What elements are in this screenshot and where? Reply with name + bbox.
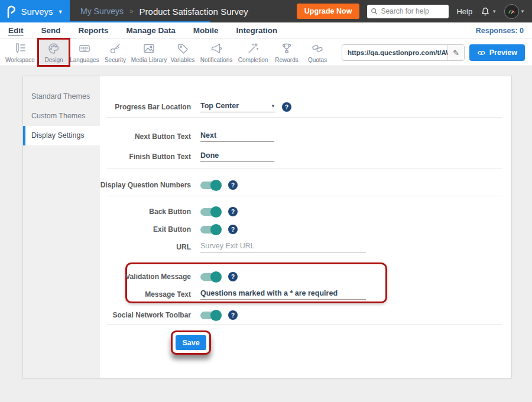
validation-message-toggle[interactable]: [200, 271, 222, 283]
tab-reports[interactable]: Reports: [79, 26, 109, 35]
toolbar-item-workspace[interactable]: Workspace: [5, 39, 35, 66]
toolbar-item-languages[interactable]: Languages: [69, 39, 100, 66]
toolbar-item-notifications[interactable]: Notifications: [198, 39, 235, 66]
exit-button-toggle[interactable]: [200, 224, 222, 235]
chevron-down-icon: ▼: [271, 103, 275, 109]
image-icon: [142, 41, 156, 56]
toolbar-item-media-library[interactable]: Media Library: [131, 39, 167, 66]
survey-url-value: https://qa.questionpro.com/t/AW22Zcq2J: [342, 49, 447, 56]
eye-icon: [477, 50, 486, 56]
progress-bar-location-row: Progress Bar Location Top Center ▼ ?: [100, 100, 291, 114]
progress-bar-location-select[interactable]: Top Center ▼: [200, 102, 275, 112]
top-header: Surveys ▼ My Surveys > Product Satisfact…: [0, 0, 532, 22]
help-icon[interactable]: ?: [228, 310, 238, 320]
field-label: URL: [100, 243, 191, 251]
tab-send[interactable]: Send: [41, 26, 61, 35]
sidebar-item-custom-themes[interactable]: Custom Themes: [23, 106, 100, 126]
account-menu[interactable]: ▼: [504, 4, 525, 19]
upgrade-now-button[interactable]: Upgrade Now: [297, 4, 360, 19]
breadcrumb-separator: >: [129, 8, 133, 15]
themes-sidebar: Standard Themes Custom Themes Display Se…: [23, 76, 100, 378]
field-label: Finish Button Text: [100, 153, 191, 161]
next-button-text-input[interactable]: [200, 131, 274, 142]
validation-message-row: Validation Message ?: [100, 270, 238, 284]
field-label: Next Button Text: [100, 132, 191, 141]
divider: [107, 324, 502, 325]
responses-count[interactable]: Responses: 0: [476, 27, 524, 35]
back-button-toggle[interactable]: [200, 206, 222, 218]
social-network-toolbar-toggle[interactable]: [200, 310, 222, 321]
tab-mobile[interactable]: Mobile: [193, 26, 219, 35]
divider: [107, 117, 502, 118]
field-label: Progress Bar Location: [100, 103, 191, 111]
field-label: Exit Button: [100, 225, 191, 234]
help-link[interactable]: Help: [456, 7, 472, 16]
help-icon[interactable]: ?: [228, 180, 238, 190]
message-text-input[interactable]: [200, 289, 366, 300]
tag-icon: [176, 41, 190, 56]
toolbar-divider: [37, 39, 37, 66]
tab-manage-data[interactable]: Manage Data: [126, 26, 176, 35]
bell-icon: [480, 6, 491, 17]
survey-nav: Edit Send Reports Manage Data Mobile Int…: [0, 22, 532, 39]
sidebar-item-display-settings[interactable]: Display Settings: [23, 126, 100, 145]
breadcrumb-my-surveys[interactable]: My Surveys: [80, 7, 124, 16]
message-text-row: Message Text: [100, 287, 366, 302]
exit-button-row: Exit Button ?: [100, 222, 238, 236]
edit-url-button[interactable]: ✎: [447, 45, 464, 60]
tab-integration[interactable]: Integration: [236, 26, 278, 35]
toolbar-item-rewards[interactable]: Rewards: [271, 39, 302, 66]
survey-url-field[interactable]: https://qa.questionpro.com/t/AW22Zcq2J ✎: [342, 44, 465, 61]
next-button-text-row: Next Button Text: [100, 129, 274, 144]
social-network-toolbar-row: Social Network Toolbar ?: [100, 308, 238, 322]
help-icon[interactable]: ?: [228, 207, 238, 216]
search-input[interactable]: [381, 7, 445, 15]
field-label: Validation Message: [100, 273, 191, 281]
toolbar-item-variables[interactable]: Variables: [167, 39, 198, 66]
page-title: Product Satisfaction Survey: [140, 7, 248, 17]
links-icon: [310, 41, 325, 56]
toolbar-item-design[interactable]: Design: [38, 39, 69, 66]
help-icon[interactable]: ?: [228, 272, 238, 281]
display-question-numbers-row: Display Question Numbers ?: [100, 178, 238, 192]
field-label: Social Network Toolbar: [100, 311, 191, 319]
exit-url-row: URL: [100, 240, 366, 254]
toolbar-item-security[interactable]: Security: [100, 39, 131, 66]
breadcrumb: My Surveys > Product Satisfaction Survey: [80, 7, 248, 17]
product-switcher[interactable]: Surveys ▼: [0, 0, 70, 22]
megaphone-icon: [209, 41, 223, 56]
pencil-icon: ✎: [453, 48, 459, 57]
questionpro-logo-icon: [7, 5, 16, 18]
keyboard-icon: [77, 41, 92, 56]
trophy-icon: [280, 41, 294, 56]
sidebar-item-standard-themes[interactable]: Standard Themes: [23, 87, 100, 106]
save-button[interactable]: Save: [176, 335, 206, 350]
wand-icon: [246, 41, 260, 56]
exit-url-input[interactable]: [200, 242, 366, 252]
toolbar-item-quotas[interactable]: Quotas: [302, 39, 333, 66]
key-icon: [108, 41, 122, 56]
preview-button[interactable]: Preview: [469, 44, 525, 61]
palette-icon: [47, 41, 61, 56]
notifications-bell[interactable]: ▼: [480, 6, 497, 17]
field-label: Display Question Numbers: [100, 181, 191, 189]
help-search[interactable]: [367, 5, 449, 18]
finish-button-text-input[interactable]: [200, 151, 274, 162]
toolbar-item-completion[interactable]: Completion: [235, 39, 271, 66]
search-icon: [371, 8, 378, 15]
workspace-icon: [13, 41, 27, 56]
chevron-down-icon: ▼: [58, 9, 63, 15]
help-icon[interactable]: ?: [228, 225, 238, 234]
chevron-down-icon: ▼: [520, 9, 525, 14]
tab-edit[interactable]: Edit: [8, 26, 24, 35]
help-icon[interactable]: ?: [282, 102, 291, 112]
finish-button-text-row: Finish Button Text: [100, 150, 274, 164]
back-button-row: Back Button ?: [100, 205, 238, 219]
field-label: Back Button: [100, 208, 191, 216]
display-question-numbers-toggle[interactable]: [200, 180, 222, 191]
settings-form: Progress Bar Location Top Center ▼ ? Nex…: [100, 76, 511, 378]
divider: [107, 196, 502, 196]
chevron-down-icon: ▼: [492, 9, 497, 14]
field-label: Message Text: [100, 290, 191, 299]
divider: [107, 168, 502, 168]
